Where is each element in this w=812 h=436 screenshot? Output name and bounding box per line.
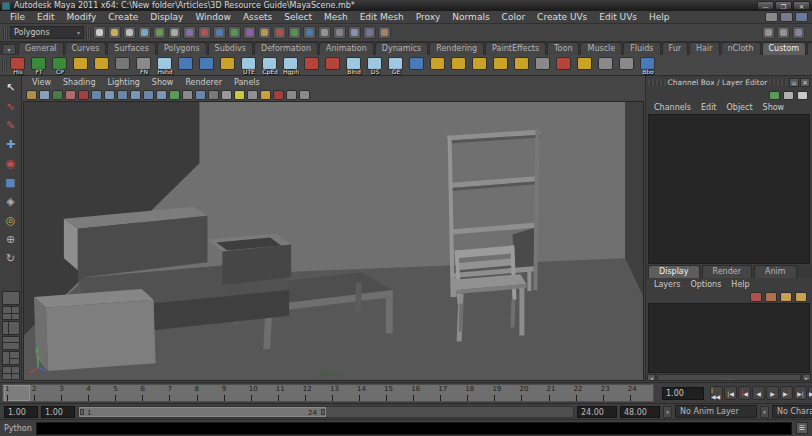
shelf-tab[interactable]: Custom [762,42,807,55]
shelf-item[interactable]: Blnd [344,56,364,75]
viewport-toolbar-icon[interactable] [260,90,271,100]
shelf-item[interactable] [197,56,217,75]
status-icon[interactable] [348,26,361,39]
layer-editor-menu-item[interactable]: Help [726,280,754,289]
group-grip[interactable] [86,27,91,39]
command-line-input[interactable] [36,422,792,435]
layer-editor-tab[interactable]: Anim [754,265,797,278]
viewport-toolbar-icon[interactable] [130,90,141,100]
tool-button[interactable]: ⊕ [1,230,21,249]
menu-item[interactable]: Normals [446,11,495,24]
shelf-item[interactable] [428,56,448,75]
scroll-track[interactable]: ..... [657,374,801,381]
menu-item[interactable]: Select [278,11,318,24]
channel-box-header[interactable]: Channel Box / Layer Editor ▫✕ [646,76,812,89]
viewport-toolbar-icon[interactable] [299,90,310,100]
viewport-toolbar-icon[interactable] [65,90,76,100]
shelf-tab[interactable]: Dynamics [375,42,428,55]
shelf-tab[interactable]: Fluids [623,42,660,55]
shelf-item[interactable]: Hgph [281,56,301,75]
shelf-tab[interactable]: Fur [662,42,689,55]
time-slider-frame[interactable]: 9 [220,385,247,401]
menu-item[interactable]: Help [643,11,676,24]
panel-header-button[interactable]: ▫ [789,78,799,87]
time-slider-frame[interactable]: 11 [274,385,301,401]
shelf-tab[interactable]: PaintEffects [485,42,546,55]
playback-button[interactable]: |◀ [738,386,751,400]
shelf-tab[interactable]: Surfaces [107,42,156,55]
playback-end-field[interactable]: 24.00 [577,406,617,418]
viewport-toolbar-icon[interactable] [143,90,154,100]
layer-editor-tab[interactable]: Display [648,265,700,278]
perspective-viewport[interactable]: y persp [23,101,644,381]
shelf-grip[interactable] [2,59,7,71]
range-slider-track[interactable]: 1 24 [78,406,574,418]
status-right-icon[interactable] [762,26,775,39]
time-slider-frame[interactable]: 4 [84,385,111,401]
layout-shortcut-button[interactable] [2,336,20,350]
viewport-toolbar-icon[interactable] [286,90,297,100]
channel-box-menu-item[interactable]: Show [758,103,790,112]
shelf-item[interactable] [71,56,91,75]
layer-editor-menu-item[interactable]: Layers [649,280,685,289]
time-slider-frame[interactable]: 5 [111,385,138,401]
shelf-item[interactable] [176,56,196,75]
status-icon[interactable] [168,26,181,39]
time-slider-frame[interactable]: 13 [328,385,355,401]
playback-start-field[interactable]: 1.00 [41,406,75,418]
shelf-item[interactable] [218,56,238,75]
viewport-toolbar-icon[interactable] [78,90,89,100]
shelf-tab[interactable]: GoZBrush [807,42,812,55]
layer-editor-icon[interactable] [780,292,792,302]
shelf-item[interactable]: CP [50,56,70,75]
shelf-item[interactable]: FN [134,56,154,75]
channel-box-menu-item[interactable]: Object [722,103,758,112]
shelf-tab[interactable]: Hair [689,42,719,55]
status-icon[interactable] [228,26,241,39]
shelf-item[interactable]: DS [365,56,385,75]
playback-button[interactable]: ◀ [752,386,765,400]
viewport-toolbar-icon[interactable] [234,90,245,100]
shelf-tab[interactable]: Muscle [580,42,622,55]
shelf-item[interactable] [407,56,427,75]
group-grip[interactable] [3,27,8,39]
command-line-language-label[interactable]: Python [4,424,32,433]
layout-shortcut-button[interactable] [2,291,20,305]
shelf-item[interactable] [512,56,532,75]
tool-button[interactable]: ∿ [1,97,21,116]
window-control-button[interactable]: ✕ [793,1,810,10]
manipulator-icon[interactable] [797,91,808,100]
selection-mode-dropdown[interactable]: Polygons ▾ [10,26,84,39]
shelf-item[interactable]: GE [386,56,406,75]
time-slider-frame[interactable]: 10 [247,385,274,401]
shelf-tab[interactable]: Subdivs [208,42,253,55]
layout-shortcut-button[interactable] [2,351,20,365]
shelf-item[interactable] [617,56,637,75]
time-slider-frame[interactable]: 20 [517,385,544,401]
character-set-dropdown[interactable]: No Character Set [772,405,812,418]
time-slider-frame[interactable]: 2 [30,385,57,401]
window-control-button[interactable]: — [757,1,774,10]
menu-item[interactable]: Proxy [410,11,447,24]
scroll-right-icon[interactable]: ▸ [802,374,811,381]
time-slider-frame[interactable]: 18 [463,385,490,401]
time-slider-frame[interactable]: 7 [165,385,192,401]
animation-start-field[interactable]: 1.00 [4,406,38,418]
menu-item[interactable]: Color [496,11,532,24]
viewport-toolbar-icon[interactable] [26,90,37,100]
menu-item[interactable]: Modify [61,11,103,24]
playback-button[interactable]: ▶ [766,386,779,400]
time-slider-frame[interactable]: 15 [382,385,409,401]
status-icon[interactable] [93,26,106,39]
shelf-tab[interactable]: Rendering [429,42,484,55]
viewport-toolbar-icon[interactable] [182,90,193,100]
menu-item[interactable]: Edit Mesh [354,11,410,24]
viewport-toolbar-icon[interactable] [156,90,167,100]
shelf-item[interactable] [92,56,112,75]
panel-menu-item[interactable]: Lighting [101,78,145,87]
range-end-handle[interactable] [321,409,325,415]
time-slider-frame[interactable]: 12 [301,385,328,401]
time-slider-frame[interactable]: 6 [138,385,165,401]
status-icon[interactable] [333,26,346,39]
window-control-button[interactable]: ❐ [775,1,792,10]
